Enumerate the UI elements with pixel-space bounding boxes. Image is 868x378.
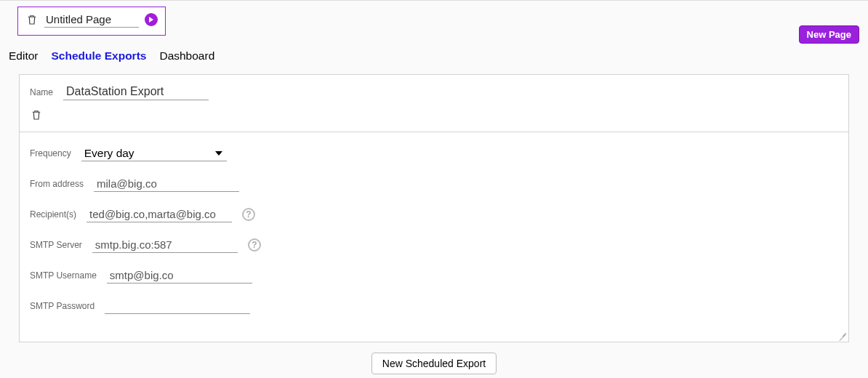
- from-label: From address: [30, 179, 84, 189]
- delete-export-button[interactable]: [30, 108, 43, 122]
- name-field[interactable]: [63, 84, 209, 100]
- new-page-button[interactable]: New Page: [799, 25, 859, 44]
- server-field[interactable]: [92, 237, 238, 253]
- tab-schedule-exports[interactable]: Schedule Exports: [52, 49, 147, 63]
- recipients-field[interactable]: [87, 206, 232, 222]
- export-settings-panel: Frequency Every day From address Recipie…: [19, 132, 849, 342]
- username-label: SMTP Username: [30, 270, 97, 281]
- name-label: Name: [30, 87, 53, 97]
- username-field[interactable]: [107, 268, 252, 284]
- from-field[interactable]: [94, 176, 239, 192]
- help-icon[interactable]: ?: [242, 208, 255, 221]
- frequency-label: Frequency: [30, 148, 71, 158]
- export-header-panel: Name: [19, 74, 849, 132]
- help-icon[interactable]: ?: [248, 238, 261, 252]
- play-icon[interactable]: [145, 13, 158, 26]
- page-tab: [17, 7, 166, 36]
- tab-editor[interactable]: Editor: [9, 49, 39, 63]
- password-field[interactable]: [105, 298, 250, 314]
- recipients-label: Recipient(s): [30, 209, 76, 220]
- server-label: SMTP Server: [30, 240, 82, 250]
- frequency-select[interactable]: Every day: [81, 145, 227, 161]
- resize-handle[interactable]: [838, 331, 847, 340]
- tabs-row: Editor Schedule Exports Dashboard: [6, 44, 862, 68]
- new-scheduled-export-button[interactable]: New Scheduled Export: [371, 353, 497, 374]
- password-label: SMTP Password: [30, 301, 95, 311]
- page-title-input[interactable]: [44, 12, 139, 28]
- trash-icon[interactable]: [25, 12, 39, 27]
- tab-dashboard[interactable]: Dashboard: [159, 49, 214, 63]
